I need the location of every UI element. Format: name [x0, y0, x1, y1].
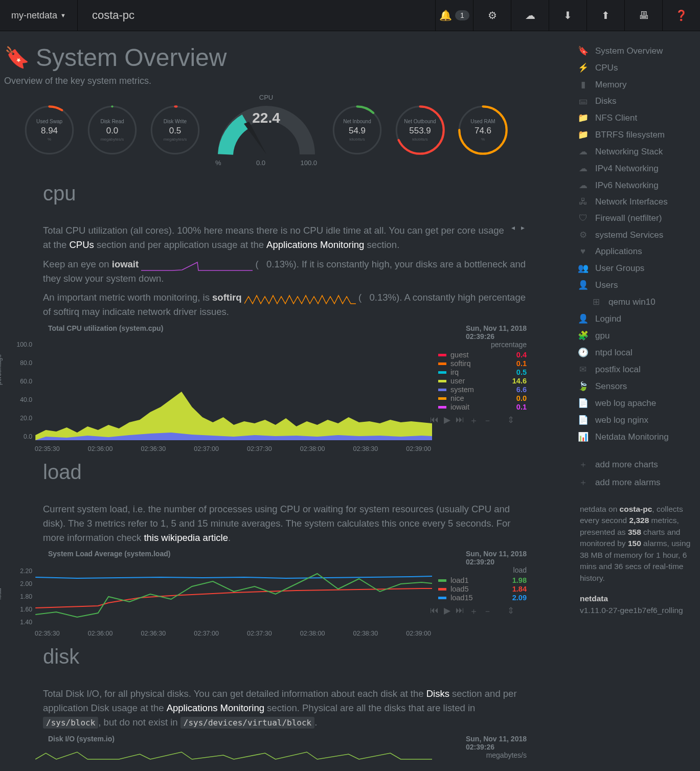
gauge-used swap[interactable]: Used Swap 8.94 %	[22, 103, 76, 157]
svg-text:80.0: 80.0	[20, 359, 32, 367]
sidebar-item-users[interactable]: 👤 Users	[573, 277, 698, 293]
sidebar-item-btrfs-filesystem[interactable]: 📁 BTRFS filesystem	[573, 126, 698, 143]
bell-icon: 🔔	[439, 9, 452, 21]
load-chart-svg[interactable]: 2.202.001.801.601.40	[4, 566, 432, 627]
legend-row-load1[interactable]: load1 1.98	[438, 576, 527, 584]
gauges-row: Used Swap 8.94 % Disk Read 0.0 megabytes…	[2, 94, 568, 167]
legend-row-system[interactable]: system 6.6	[438, 386, 527, 394]
export-button[interactable]: ⬆	[586, 0, 624, 31]
legend-row-nice[interactable]: nice 0.0	[438, 394, 527, 402]
sidebar-item-applications[interactable]: ♥ Applications	[573, 243, 698, 260]
play-icon[interactable]: ▶	[444, 415, 450, 426]
topbar-right: 🔔 1 ⚙ ☁ ⬇ ⬆ 🖶 ❓	[435, 0, 700, 31]
link-disks[interactable]: Disks	[426, 688, 449, 699]
sidebar-item-logind[interactable]: 👤 Logind	[573, 310, 698, 327]
sidebar-item-qemu-win10[interactable]: ⊞ qemu win10	[573, 293, 698, 310]
link-cpus[interactable]: CPUs	[69, 239, 94, 250]
sidebar-item-network-interfaces[interactable]: 🖧 Network Interfaces	[573, 194, 698, 210]
cpu-legend: percentage guest 0.4 softirq 0.1 irq 0.5…	[432, 341, 527, 452]
alarms-button[interactable]: 🔔 1	[435, 0, 473, 31]
link-apps-monitoring[interactable]: Applications Monitoring	[266, 239, 364, 250]
print-button[interactable]: 🖶	[624, 0, 662, 31]
legend-row-guest[interactable]: guest 0.4	[438, 351, 527, 359]
sidebar-item-postfix-local[interactable]: ✉ postfix local	[573, 361, 698, 378]
main-content: 🔖 System Overview Overview of the key sy…	[0, 31, 568, 763]
sidebar-item-ipv4-networking[interactable]: ☁ IPv4 Networking	[573, 160, 698, 177]
cloud-button[interactable]: ☁	[511, 0, 549, 31]
disk-chart-svg[interactable]	[4, 751, 432, 760]
sidebar-item-label: Logind	[595, 314, 621, 324]
sidebar-item-web-log-apache[interactable]: 📄 web log apache	[573, 395, 698, 412]
link-wikipedia[interactable]: this wikipedia article	[144, 532, 228, 543]
sidebar-item-sensors[interactable]: 🍃 Sensors	[573, 378, 698, 395]
sidebar-item-systemd-services[interactable]: ⚙ systemd Services	[573, 226, 698, 243]
svg-text:60.0: 60.0	[20, 378, 32, 385]
code-virtual-block: /sys/devices/virtual/block	[180, 717, 314, 729]
gauge-used ram[interactable]: Used RAM 74.6 %	[456, 103, 510, 157]
import-button[interactable]: ⬇	[549, 0, 586, 31]
sidebar-item-system-overview[interactable]: 🔖 System Overview	[573, 42, 698, 59]
sidebar-item-gpu[interactable]: 🧩 gpu	[573, 327, 698, 344]
sidebar-icon: 👤	[578, 280, 588, 290]
add-more-alarms[interactable]: ＋ add more alarms	[573, 473, 698, 491]
zoom-out-icon[interactable]: －	[483, 605, 492, 617]
gauge-net inbound[interactable]: Net Inbound 54.9 kilobits/s	[330, 103, 384, 157]
resize-icon[interactable]: ⇕	[507, 605, 514, 617]
zoom-out-icon[interactable]: －	[483, 415, 492, 426]
gauge-disk write[interactable]: Disk Write 0.5 megabytes/s	[148, 103, 202, 157]
help-button[interactable]: ❓	[662, 0, 700, 31]
legend-row-softirq[interactable]: softirq 0.1	[438, 359, 527, 368]
legend-swatch	[438, 579, 446, 582]
sidebar-item-web-log-nginx[interactable]: 📄 web log nginx	[573, 412, 698, 428]
sidebar-item-ipv6-networking[interactable]: ☁ IPv6 Networking	[573, 177, 698, 194]
play-icon[interactable]: ▶	[444, 605, 450, 617]
svg-text:0.0: 0.0	[24, 433, 32, 440]
scale-min: 0.0	[256, 159, 265, 167]
legend-row-load5[interactable]: load5 1.84	[438, 585, 527, 593]
svg-text:1.40: 1.40	[20, 619, 32, 626]
sidebar-item-user-groups[interactable]: 👥 User Groups	[573, 260, 698, 277]
cpu-gauge-big[interactable]: CPU 22.4 % 0.0 100.0	[211, 94, 321, 167]
step-fwd-icon[interactable]: ⏭	[456, 605, 464, 617]
brand-label: my-netdata	[11, 10, 57, 21]
gauge-net outbound[interactable]: Net Outbound 553.9 kilobits/s	[393, 103, 447, 157]
sidebar-item-nfs-client[interactable]: 📁 NFS Client	[573, 109, 698, 126]
resize-icon[interactable]: ⇕	[507, 415, 514, 426]
legend-row-irq[interactable]: irq 0.5	[438, 368, 527, 376]
sidebar-item-disks[interactable]: 🖴 Disks	[573, 93, 698, 109]
sidebar-item-label: web log apache	[595, 398, 656, 409]
brand-dropdown[interactable]: my-netdata ▼	[0, 0, 78, 31]
load-chart: System Load Average (system.load) Sun, N…	[4, 550, 527, 637]
sidebar-item-cpus[interactable]: ⚡ CPUs	[573, 59, 698, 76]
chart-timestamp: Sun, Nov 11, 2018 02:39:26	[466, 324, 527, 341]
load-xaxis: 02:35:3002:36:0002:36:3002:37:0002:37:30…	[4, 630, 432, 637]
sidebar-item-firewall-netfilter-[interactable]: 🛡 Firewall (netfilter)	[573, 210, 698, 226]
gauge-disk read[interactable]: Disk Read 0.0 megabytes/s	[85, 103, 139, 157]
gauge-big-title: CPU	[211, 94, 321, 101]
sidebar-icon: ☁	[578, 180, 588, 191]
add-more-charts[interactable]: ＋ add more charts	[573, 456, 698, 473]
section-disk: disk Total Disk I/O, for all physical di…	[2, 645, 568, 762]
cpu-chart-svg[interactable]: 100.080.060.040.020.00.0	[4, 341, 432, 443]
sidebar-icon: 👥	[578, 263, 588, 274]
cpu-xaxis: 02:35:3002:36:0002:36:3002:37:0002:37:30…	[4, 445, 432, 452]
sidebar-item-label: NFS Client	[595, 113, 637, 123]
legend-row-user[interactable]: user 14.6	[438, 377, 527, 385]
section-nav-arrows[interactable]: ◂ ▸	[511, 223, 527, 232]
link-apps-monitoring[interactable]: Applications Monitoring	[167, 702, 264, 713]
gear-icon: ⚙	[488, 9, 497, 21]
sidebar-item-ntpd-local[interactable]: 🕐 ntpd local	[573, 344, 698, 361]
settings-button[interactable]: ⚙	[473, 0, 511, 31]
sidebar: 🔖 System Overview ⚡ CPUs ▮ Memory 🖴 Disk…	[568, 31, 698, 763]
sidebar-icon: 📄	[578, 398, 588, 409]
chart-timestamp: Sun, Nov 11, 2018 02:39:26	[466, 735, 527, 751]
sidebar-item-networking-stack[interactable]: ☁ Networking Stack	[573, 143, 698, 160]
zoom-in-icon[interactable]: ＋	[469, 415, 478, 426]
sidebar-item-netdata-monitoring[interactable]: 📊 Netdata Monitoring	[573, 428, 698, 445]
sidebar-item-label: Sensors	[595, 381, 627, 392]
legend-row-load15[interactable]: load15 2.09	[438, 594, 527, 602]
step-fwd-icon[interactable]: ⏭	[456, 415, 464, 426]
zoom-in-icon[interactable]: ＋	[469, 605, 478, 617]
legend-row-iowait[interactable]: iowait 0.1	[438, 403, 527, 411]
sidebar-item-memory[interactable]: ▮ Memory	[573, 76, 698, 93]
